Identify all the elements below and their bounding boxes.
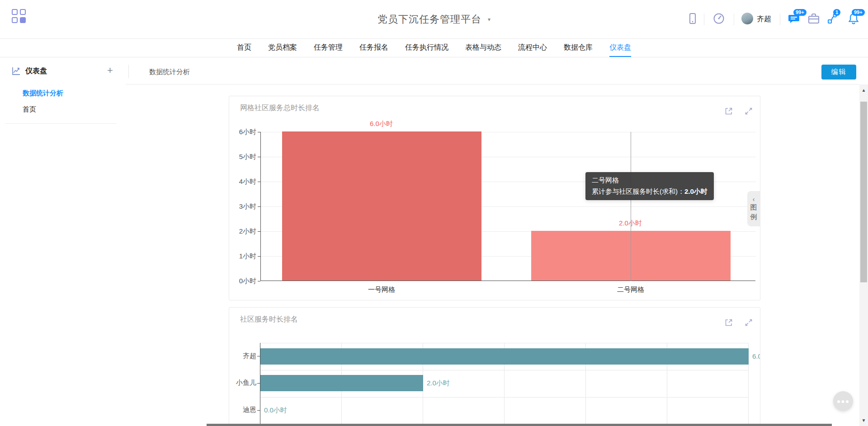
horizontal-scrollbar-thumb[interactable] [207,424,832,426]
y-tick-label: 2小时 [229,227,256,236]
add-dashboard-button[interactable]: + [107,65,113,76]
chart2-title: 社区服务时长排名 [240,315,298,324]
tooltip-body: 累计参与社区服务时长(求和)：2.0小时 [592,187,708,196]
x-category-label: 二号网格 [585,286,676,294]
open-in-new-icon[interactable] [724,318,734,328]
more-actions-button[interactable]: ●●● [833,391,853,411]
chart1-plot-area [260,132,755,281]
tab-home[interactable]: 首页 [237,39,251,57]
gridline [260,343,749,343]
tab-dashboard[interactable]: 仪表盘 [609,39,631,57]
logo-square [12,17,18,23]
tab-process-center[interactable]: 流程中心 [518,39,547,57]
chart2-plot-area: 6.0小时 2.0小时 0.0小时 [260,343,748,426]
y-category-label: 迪恩 [229,406,256,414]
briefcase-icon[interactable] [807,12,820,25]
main-nav: 首页 党员档案 任务管理 任务报名 任务执行情况 表格与动态 流程中心 数据仓库… [0,39,868,57]
tooltip-title: 二号网格 [592,176,708,185]
mobile-phone-icon[interactable] [686,12,699,25]
bar-grid1[interactable] [282,131,481,281]
vertical-scrollbar-thumb[interactable] [860,102,867,282]
app-header: 党员下沉任务管理平台 ▾ 齐超 99+ 1 99+ [0,0,868,39]
app-title-group: 党员下沉任务管理平台 ▾ [377,0,491,39]
gridline [260,397,749,398]
page-title: 数据统计分析 [149,68,190,76]
open-in-new-icon[interactable] [724,106,734,116]
bar-value-label: 0.0小时 [264,406,287,415]
sidebar-divider [5,123,117,124]
contacts-badge: 1 [833,9,840,16]
tab-forms-activity[interactable]: 表格与动态 [465,39,501,57]
chevron-left-icon: ‹ [753,196,755,202]
y-category-label: 齐超 [229,352,256,360]
bar-value-label: 6.0小时 [282,120,481,128]
y-tick-label: 3小时 [229,202,256,211]
toolbar-border [126,84,859,84]
y-tick-label: 0小时 [229,277,256,286]
tab-data-warehouse[interactable]: 数据仓库 [564,39,593,57]
title-caret-icon[interactable]: ▾ [488,16,491,23]
app-logo-icon[interactable] [12,9,26,23]
tab-task-signup[interactable]: 任务报名 [359,39,388,57]
gridline [260,370,749,370]
dashboard-chart-icon [11,66,21,76]
tab-member-files[interactable]: 党员档案 [268,39,297,57]
fullscreen-icon[interactable] [744,106,754,116]
tab-task-execution[interactable]: 任务执行情况 [405,39,448,57]
tab-task-management[interactable]: 任务管理 [314,39,343,57]
chart-card-grid-ranking: 网格社区服务总时长排名 6小时 5小时 4小时 3小时 2小时 1小时 0小时 … [229,96,760,300]
tooltip-value: 2.0小时 [684,187,708,195]
header-divider [734,14,734,25]
scroll-up-arrow[interactable]: ▲ [859,86,868,95]
messages-badge: 99+ [793,9,807,16]
edit-button[interactable]: 编辑 [821,65,856,80]
tooltip-series-label: 累计参与社区服务时长(求和)： [592,187,684,195]
user-avatar[interactable] [741,13,753,24]
tooltip-crosshair-line [631,132,631,281]
chart1-title: 网格社区服务总时长排名 [240,103,320,113]
fullscreen-icon[interactable] [744,318,754,328]
sidebar-title: 仪表盘 [25,66,47,76]
y-tick-label: 5小时 [229,153,256,161]
bar-value-label: 2.0小时 [427,379,450,388]
bar-qichao[interactable] [260,348,749,365]
app-title: 党员下沉任务管理平台 [377,13,481,26]
y-tick-mark [258,281,260,281]
y-category-label: 小鱼儿 [229,379,256,387]
sidebar-item-home[interactable]: 首页 [23,105,36,114]
legend-tab-label: 图 [750,203,757,212]
bar-value-label: 6.0小时 [752,352,760,361]
legend-collapse-tab[interactable]: ‹ 图 例 [747,191,760,226]
logo-square [20,9,26,15]
chart-card-service-ranking: 社区服务时长排名 齐超 小鱼儿 迪恩 6.0小时 2.0小时 0.0小时 [229,307,760,426]
bar-xiaoyuer[interactable] [260,375,423,391]
compass-icon[interactable] [712,12,725,25]
legend-tab-label: 例 [750,213,757,221]
bar-value-label: 2.0小时 [531,219,730,228]
toolbar-divider [128,65,129,78]
logo-square [12,9,18,15]
scroll-down-arrow[interactable]: ▼ [859,416,868,425]
y-tick-label: 6小时 [229,128,256,136]
header-divider [704,14,704,25]
x-category-label: 一号网格 [336,286,427,294]
sidebar-item-data-analysis[interactable]: 数据统计分析 [23,89,63,98]
header-divider [780,14,780,25]
user-name[interactable]: 齐超 [757,14,771,24]
logo-square [20,17,26,23]
notifications-badge: 99+ [852,9,865,16]
sidebar-header: 仪表盘 + [0,57,126,84]
y-tick-label: 1小时 [229,252,256,261]
y-tick-label: 4小时 [229,178,256,186]
chart-tooltip: 二号网格 累计参与社区服务时长(求和)：2.0小时 [585,172,714,200]
